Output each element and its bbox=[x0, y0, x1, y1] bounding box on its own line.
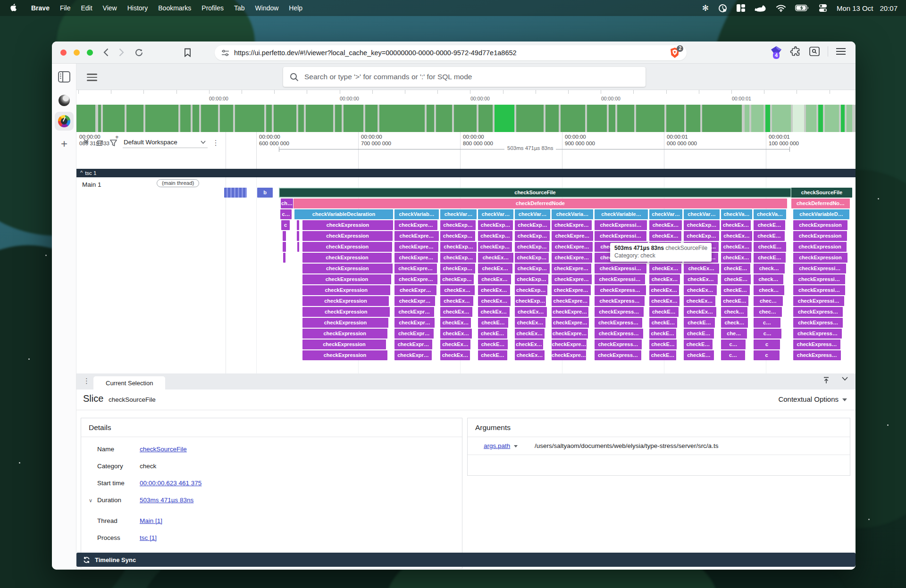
flame-slice[interactable]: checkEx… bbox=[440, 318, 471, 328]
flame-slice[interactable] bbox=[283, 253, 285, 263]
flame-slice[interactable]: check… bbox=[754, 274, 783, 284]
flame-slice[interactable] bbox=[283, 231, 286, 241]
flame-slice[interactable]: checkExpression bbox=[302, 242, 392, 252]
flame-slice[interactable]: checkExpre… bbox=[552, 264, 591, 273]
flame-slice[interactable]: checkExpression bbox=[302, 340, 386, 349]
find-in-page-icon[interactable] bbox=[809, 46, 820, 57]
flame-slice[interactable]: checkExpression bbox=[302, 329, 387, 339]
flame-slice[interactable]: ch… bbox=[281, 199, 293, 208]
flame-slice[interactable]: checkEx… bbox=[649, 231, 681, 241]
flame-slice[interactable]: checkExpre… bbox=[552, 296, 589, 306]
flame-slice[interactable]: checkExp… bbox=[440, 231, 475, 241]
flame-slice[interactable]: checkE… bbox=[754, 220, 785, 230]
flame-slice[interactable]: checkExpression bbox=[302, 318, 388, 328]
tab-perfetto-active[interactable] bbox=[55, 112, 74, 131]
menu-item-edit[interactable]: Edit bbox=[76, 4, 97, 12]
flame-slice[interactable]: checkDeferredNo… bbox=[791, 199, 850, 208]
detail-value[interactable]: tsc [1] bbox=[140, 530, 157, 547]
flame-slice[interactable]: checkExp… bbox=[478, 242, 512, 252]
omnibox[interactable]: Search or type '>' for commands or ':' f… bbox=[283, 67, 646, 87]
flame-slice[interactable]: checkEx… bbox=[649, 274, 680, 284]
flame-slice-teal[interactable]: checkVa… bbox=[721, 209, 752, 219]
chevron-down-icon[interactable]: ∨ bbox=[89, 492, 92, 509]
menu-item-tab[interactable]: Tab bbox=[229, 4, 250, 12]
flame-slice-teal[interactable]: checkVar… bbox=[684, 209, 720, 219]
flame-slice[interactable]: checkExpressi… bbox=[595, 264, 646, 273]
menu-item-history[interactable]: History bbox=[122, 4, 153, 12]
flame-slice[interactable]: checkExpression bbox=[793, 242, 847, 252]
tab-current-selection[interactable]: Current Selection bbox=[93, 376, 165, 389]
flame-slice[interactable]: check… bbox=[754, 264, 785, 273]
flame-slice[interactable]: checkExp… bbox=[478, 220, 513, 230]
flame-slice[interactable]: checkEx… bbox=[478, 296, 511, 306]
flame-slice[interactable]: checkExpress… bbox=[595, 318, 642, 328]
menubar-date[interactable]: Mon 13 Oct bbox=[837, 4, 873, 12]
browser-menu-icon[interactable] bbox=[836, 48, 846, 55]
flame-slice[interactable]: checkE… bbox=[721, 264, 750, 273]
openai-icon[interactable]: ✻ bbox=[702, 3, 709, 13]
cat-icon[interactable] bbox=[755, 3, 767, 13]
flame-slice-checksourcefile-2[interactable]: checkSourceFile bbox=[791, 188, 852, 198]
flame-slice[interactable]: checkEx… bbox=[649, 296, 680, 306]
flame-slice[interactable]: c… bbox=[754, 329, 781, 339]
flame-slice[interactable]: checkE… bbox=[478, 318, 508, 328]
flame-slice[interactable]: checkEx… bbox=[440, 329, 472, 339]
wifi-icon[interactable] bbox=[776, 3, 786, 13]
flame-slice[interactable]: checkExp… bbox=[515, 231, 550, 241]
flame-slice[interactable]: checkExpressi… bbox=[595, 274, 645, 284]
flame-slice[interactable]: c bbox=[281, 220, 290, 230]
flame-slice[interactable]: checkExpressi… bbox=[595, 220, 647, 230]
flame-slice[interactable]: checkEx… bbox=[721, 253, 751, 263]
tab-kebab-icon[interactable]: ⋮ bbox=[83, 377, 90, 385]
flame-slice[interactable]: checkExp… bbox=[440, 253, 476, 263]
flame-slice[interactable]: c… bbox=[721, 340, 746, 349]
flame-slice[interactable]: checkExp… bbox=[440, 220, 476, 230]
flame-slice[interactable]: checkEx… bbox=[684, 264, 719, 273]
forward-button[interactable] bbox=[119, 48, 124, 57]
flame-slice[interactable]: checkExpressi… bbox=[793, 274, 845, 284]
flame-slice[interactable]: checkExp… bbox=[515, 220, 550, 230]
flame-slice[interactable]: checkExpr… bbox=[394, 296, 435, 306]
flame-slice[interactable]: checkExpress… bbox=[793, 318, 843, 328]
flame-slice[interactable]: checkExpress… bbox=[793, 350, 841, 360]
flame-slice[interactable]: checkExpress… bbox=[595, 350, 641, 360]
flame-slice[interactable]: checkExp… bbox=[684, 220, 720, 230]
flame-slice[interactable]: checkExpre… bbox=[552, 242, 593, 252]
flame-slice[interactable]: checkExpression bbox=[302, 274, 391, 284]
flame-slice[interactable]: checkE… bbox=[754, 242, 786, 252]
contextual-options-button[interactable]: Contextual Options bbox=[778, 395, 847, 403]
flame-slice[interactable]: checkEx… bbox=[515, 329, 545, 339]
flame-slice[interactable]: c bbox=[754, 350, 780, 360]
thread-name[interactable]: Main 1 bbox=[82, 181, 101, 188]
flame-slice[interactable]: checkExpre… bbox=[552, 329, 588, 339]
flame-slice[interactable]: checkE… bbox=[649, 307, 679, 317]
flame-slice[interactable]: checkExpre… bbox=[552, 253, 592, 263]
extensions-icon[interactable] bbox=[790, 46, 801, 57]
overview-minimap[interactable] bbox=[76, 105, 856, 133]
flame-slice[interactable]: checkE… bbox=[754, 253, 786, 263]
flame-slice[interactable]: checkEx… bbox=[440, 350, 470, 360]
flame-slice[interactable]: checkExpre… bbox=[394, 253, 438, 263]
flame-slice[interactable]: checkEx… bbox=[684, 274, 718, 284]
flame-slice[interactable]: checkVariableD… bbox=[793, 209, 849, 219]
flame-slice[interactable]: checkEx… bbox=[478, 274, 511, 284]
menu-item-file[interactable]: File bbox=[55, 4, 76, 12]
flame-slice[interactable]: checkEx… bbox=[721, 220, 751, 230]
detail-link[interactable]: 503ms 471µs 83ns bbox=[140, 497, 193, 504]
flame-slice-teal[interactable]: checkVar… bbox=[649, 209, 682, 219]
flame-slice-teal[interactable]: checkVariab… bbox=[394, 209, 439, 219]
expand-panel-icon[interactable] bbox=[823, 377, 830, 384]
sidebar-toggle-icon[interactable] bbox=[55, 67, 74, 86]
flame-slice[interactable]: checkE… bbox=[721, 285, 750, 295]
flame-slice[interactable]: checkEx… bbox=[478, 253, 513, 263]
flame-slice[interactable]: checkExpression bbox=[302, 220, 393, 230]
flame-slice[interactable]: checkExpre… bbox=[394, 220, 437, 230]
menu-item-view[interactable]: View bbox=[98, 4, 122, 12]
detail-value[interactable]: 503ms 471µs 83ns bbox=[140, 492, 193, 509]
flame-slice[interactable]: checkExp… bbox=[515, 274, 548, 284]
flame-slice[interactable]: checkExp… bbox=[515, 264, 550, 273]
flame-slice[interactable]: checkEx… bbox=[649, 220, 682, 230]
flame-slice[interactable]: checkExpre… bbox=[552, 220, 592, 230]
flame-slice-checksourcefile[interactable]: checkSourceFile bbox=[279, 188, 791, 198]
flame-slice-b[interactable]: b bbox=[257, 188, 273, 198]
